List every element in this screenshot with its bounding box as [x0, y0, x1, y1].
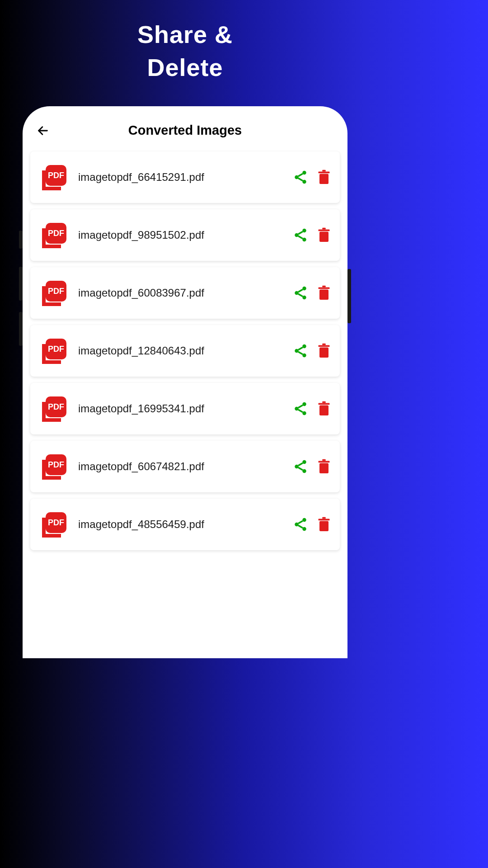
share-button[interactable]	[293, 515, 308, 533]
svg-point-43	[302, 460, 306, 464]
app-header: Converted Images	[29, 118, 341, 151]
svg-rect-39	[319, 403, 330, 405]
svg-rect-47	[319, 461, 330, 463]
file-name-label: imagetopdf_12840643.pdf	[78, 344, 284, 357]
pdf-icon: PDF	[39, 336, 69, 366]
svg-rect-24	[322, 286, 326, 288]
svg-rect-46	[319, 463, 328, 474]
svg-point-53	[302, 527, 306, 531]
svg-rect-32	[322, 344, 326, 345]
svg-rect-56	[322, 517, 326, 519]
svg-rect-54	[319, 521, 328, 532]
pdf-icon: PDF	[39, 162, 69, 192]
svg-point-4	[295, 175, 299, 179]
svg-rect-22	[319, 290, 328, 300]
delete-button[interactable]	[317, 400, 331, 418]
svg-point-21	[302, 296, 306, 300]
svg-rect-7	[319, 172, 330, 174]
svg-point-44	[295, 465, 299, 469]
svg-point-12	[295, 233, 299, 237]
svg-point-27	[302, 344, 306, 349]
svg-rect-55	[319, 519, 330, 521]
pdf-icon: PDF	[39, 452, 69, 481]
file-name-label: imagetopdf_48556459.pdf	[78, 518, 284, 531]
svg-text:PDF: PDF	[48, 518, 64, 527]
svg-text:PDF: PDF	[48, 344, 64, 354]
svg-rect-40	[322, 401, 326, 403]
file-name-label: imagetopdf_66415291.pdf	[78, 171, 284, 184]
page-title: Converted Images	[50, 123, 320, 138]
share-button[interactable]	[293, 284, 308, 302]
pdf-icon: PDF	[39, 220, 69, 250]
file-name-label: imagetopdf_60674821.pdf	[78, 460, 284, 473]
svg-text:PDF: PDF	[48, 287, 64, 296]
svg-point-28	[295, 349, 299, 353]
svg-point-19	[302, 287, 306, 291]
back-arrow-icon	[37, 124, 49, 137]
svg-rect-8	[322, 170, 326, 172]
svg-rect-15	[319, 230, 330, 231]
svg-rect-38	[319, 406, 328, 416]
back-button[interactable]	[36, 123, 50, 138]
file-list: PDF imagetopdf_66415291.pdf PDF imagetop…	[29, 151, 341, 550]
share-button[interactable]	[293, 342, 308, 360]
phone-volume-down-button	[19, 312, 23, 346]
phone-power-button	[347, 269, 351, 323]
svg-rect-6	[319, 174, 328, 184]
svg-point-3	[302, 171, 306, 175]
svg-text:PDF: PDF	[48, 402, 64, 411]
share-button[interactable]	[293, 458, 308, 476]
phone-frame: Converted Images PDF imagetopdf_66415291…	[23, 106, 347, 658]
svg-point-35	[302, 402, 306, 406]
phone-volume-up-button	[19, 267, 23, 301]
share-button[interactable]	[293, 168, 308, 186]
svg-point-20	[295, 291, 299, 295]
svg-rect-23	[319, 288, 330, 289]
svg-point-5	[302, 180, 306, 184]
file-name-label: imagetopdf_98951502.pdf	[78, 229, 284, 241]
delete-button[interactable]	[317, 342, 331, 360]
file-row[interactable]: PDF imagetopdf_16995341.pdf	[30, 383, 340, 434]
svg-point-52	[295, 523, 299, 527]
delete-button[interactable]	[317, 458, 331, 476]
svg-rect-48	[322, 459, 326, 461]
svg-point-45	[302, 469, 306, 473]
promo-line1: Share &	[137, 21, 233, 48]
svg-point-13	[302, 238, 306, 242]
svg-point-36	[295, 407, 299, 411]
delete-button[interactable]	[317, 226, 331, 244]
file-row[interactable]: PDF imagetopdf_48556459.pdf	[30, 499, 340, 550]
svg-point-51	[302, 518, 306, 522]
share-button[interactable]	[293, 400, 308, 418]
promo-title: Share & Delete	[0, 0, 370, 84]
svg-point-11	[302, 229, 306, 232]
promo-line2: Delete	[147, 54, 223, 81]
svg-text:PDF: PDF	[48, 460, 64, 469]
delete-button[interactable]	[317, 284, 331, 302]
svg-point-29	[302, 354, 306, 358]
file-name-label: imagetopdf_60083967.pdf	[78, 287, 284, 299]
pdf-icon: PDF	[39, 394, 69, 424]
phone-side-button	[19, 231, 23, 249]
share-button[interactable]	[293, 226, 308, 244]
delete-button[interactable]	[317, 515, 331, 533]
pdf-icon: PDF	[39, 278, 69, 308]
pdf-icon: PDF	[39, 509, 69, 539]
file-row[interactable]: PDF imagetopdf_12840643.pdf	[30, 325, 340, 377]
svg-rect-16	[322, 228, 326, 230]
svg-rect-14	[319, 232, 328, 242]
svg-point-37	[302, 411, 306, 415]
svg-text:PDF: PDF	[48, 171, 64, 180]
svg-rect-31	[319, 345, 330, 347]
file-row[interactable]: PDF imagetopdf_66415291.pdf	[30, 151, 340, 203]
file-row[interactable]: PDF imagetopdf_98951502.pdf	[30, 209, 340, 261]
file-row[interactable]: PDF imagetopdf_60083967.pdf	[30, 267, 340, 319]
svg-text:PDF: PDF	[48, 229, 64, 238]
svg-rect-30	[319, 348, 328, 358]
file-row[interactable]: PDF imagetopdf_60674821.pdf	[30, 441, 340, 492]
file-name-label: imagetopdf_16995341.pdf	[78, 402, 284, 415]
delete-button[interactable]	[317, 168, 331, 186]
